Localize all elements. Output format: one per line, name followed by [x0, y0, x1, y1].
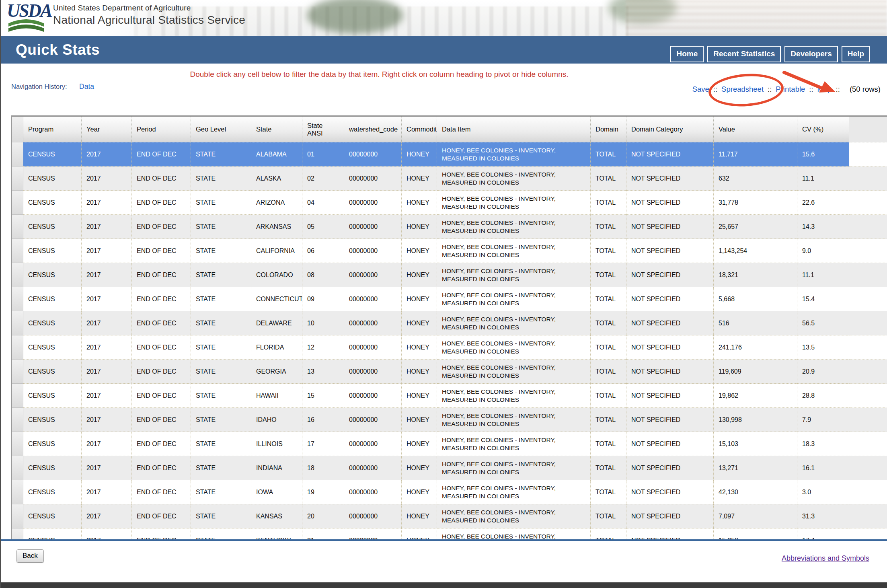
cell-domain_category[interactable]: NOT SPECIFIED — [626, 142, 714, 167]
cell-period[interactable]: END OF DEC — [132, 167, 191, 191]
cell-watershed_code[interactable]: 00000000 — [344, 311, 402, 335]
row-handle[interactable] — [12, 384, 23, 408]
cell-watershed_code[interactable]: 00000000 — [344, 504, 402, 528]
cell-period[interactable]: END OF DEC — [132, 360, 191, 384]
cell-watershed_code[interactable]: 00000000 — [344, 528, 402, 539]
row-handle[interactable] — [12, 191, 23, 215]
table-row[interactable]: CENSUS2017END OF DECSTATEKENTUCKY2100000… — [12, 528, 887, 539]
row-handle[interactable] — [12, 239, 23, 263]
cell-period[interactable]: END OF DEC — [132, 239, 191, 263]
cell-state_ansi[interactable]: 13 — [302, 360, 344, 384]
cell-value[interactable]: 5,668 — [714, 287, 797, 311]
cell-domain_category[interactable]: NOT SPECIFIED — [626, 528, 714, 539]
cell-data_item[interactable]: HONEY, BEE COLONIES - INVENTORY, MEASURE… — [437, 215, 591, 239]
cell-period[interactable]: END OF DEC — [132, 480, 191, 504]
cell-commodity[interactable]: HONEY — [402, 480, 437, 504]
cell-data_item[interactable]: HONEY, BEE COLONIES - INVENTORY, MEASURE… — [437, 360, 591, 384]
cell-geo_level[interactable]: STATE — [191, 287, 251, 311]
column-header-domain_category[interactable]: Domain Category — [626, 117, 714, 142]
cell-watershed_code[interactable]: 00000000 — [344, 384, 402, 408]
cell-program[interactable]: CENSUS — [23, 408, 82, 432]
save-link[interactable]: Save — [692, 85, 709, 94]
cell-geo_level[interactable]: STATE — [191, 456, 251, 480]
cell-commodity[interactable]: HONEY — [402, 191, 437, 215]
cell-domain[interactable]: TOTAL — [591, 239, 626, 263]
cell-year[interactable]: 2017 — [82, 335, 132, 360]
cell-program[interactable]: CENSUS — [23, 480, 82, 504]
cell-state_ansi[interactable]: 01 — [302, 142, 344, 167]
cell-domain_category[interactable]: NOT SPECIFIED — [626, 191, 714, 215]
cell-data_item[interactable]: HONEY, BEE COLONIES - INVENTORY, MEASURE… — [437, 142, 591, 167]
cell-domain_category[interactable]: NOT SPECIFIED — [626, 456, 714, 480]
cell-commodity[interactable]: HONEY — [402, 167, 437, 191]
row-handle[interactable] — [12, 456, 23, 480]
cell-value[interactable]: 516 — [714, 311, 797, 335]
cell-data_item[interactable]: HONEY, BEE COLONIES - INVENTORY, MEASURE… — [437, 432, 591, 456]
printable-link[interactable]: Printable — [776, 85, 805, 94]
cell-program[interactable]: CENSUS — [23, 384, 82, 408]
cell-year[interactable]: 2017 — [82, 456, 132, 480]
cell-value[interactable]: 130,998 — [714, 408, 797, 432]
cell-state[interactable]: KANSAS — [251, 504, 302, 528]
cell-domain[interactable]: TOTAL — [591, 191, 626, 215]
cell-geo_level[interactable]: STATE — [191, 480, 251, 504]
cell-domain[interactable]: TOTAL — [591, 167, 626, 191]
cell-domain[interactable]: TOTAL — [591, 480, 626, 504]
cell-geo_level[interactable]: STATE — [191, 335, 251, 360]
cell-domain[interactable]: TOTAL — [591, 263, 626, 287]
cell-value[interactable]: 1,143,254 — [714, 239, 797, 263]
row-handle[interactable] — [12, 528, 23, 539]
cell-program[interactable]: CENSUS — [23, 528, 82, 539]
cell-program[interactable]: CENSUS — [23, 432, 82, 456]
column-header-state_ansi[interactable]: State ANSI — [302, 117, 344, 142]
table-row[interactable]: CENSUS2017END OF DECSTATECONNECTICUT0900… — [12, 287, 887, 311]
row-handle[interactable] — [12, 215, 23, 239]
cell-watershed_code[interactable]: 00000000 — [344, 335, 402, 360]
cell-data_item[interactable]: HONEY, BEE COLONIES - INVENTORY, MEASURE… — [437, 239, 591, 263]
cell-watershed_code[interactable]: 00000000 — [344, 480, 402, 504]
column-header-period[interactable]: Period — [132, 117, 191, 142]
cell-domain_category[interactable]: NOT SPECIFIED — [626, 384, 714, 408]
cell-data_item[interactable]: HONEY, BEE COLONIES - INVENTORY, MEASURE… — [437, 456, 591, 480]
cell-watershed_code[interactable]: 00000000 — [344, 360, 402, 384]
cell-data_item[interactable]: HONEY, BEE COLONIES - INVENTORY, MEASURE… — [437, 335, 591, 360]
cell-domain[interactable]: TOTAL — [591, 311, 626, 335]
cell-domain[interactable]: TOTAL — [591, 360, 626, 384]
nav-recent-statistics-button[interactable]: Recent Statistics — [707, 46, 781, 62]
cell-data_item[interactable]: HONEY, BEE COLONIES - INVENTORY, MEASURE… — [437, 167, 591, 191]
table-row[interactable]: CENSUS2017END OF DECSTATEGEORGIA13000000… — [12, 360, 887, 384]
cell-state[interactable]: FLORIDA — [251, 335, 302, 360]
cell-geo_level[interactable]: STATE — [191, 432, 251, 456]
cell-domain[interactable]: TOTAL — [591, 408, 626, 432]
cell-value[interactable]: 119,609 — [714, 360, 797, 384]
cell-year[interactable]: 2017 — [82, 263, 132, 287]
table-row[interactable]: CENSUS2017END OF DECSTATEIOWA1900000000H… — [12, 480, 887, 504]
cell-geo_level[interactable]: STATE — [191, 384, 251, 408]
cell-commodity[interactable]: HONEY — [402, 408, 437, 432]
cell-cv_percent[interactable]: 20.9 — [797, 360, 849, 384]
cell-period[interactable]: END OF DEC — [132, 384, 191, 408]
column-header-value[interactable]: Value — [714, 117, 797, 142]
cell-data_item[interactable]: HONEY, BEE COLONIES - INVENTORY, MEASURE… — [437, 384, 591, 408]
cell-cv_percent[interactable]: 18.3 — [797, 432, 849, 456]
column-header-commodity[interactable]: Commodity — [402, 117, 437, 142]
cell-state_ansi[interactable]: 06 — [302, 239, 344, 263]
cell-period[interactable]: END OF DEC — [132, 504, 191, 528]
cell-year[interactable]: 2017 — [82, 239, 132, 263]
cell-state_ansi[interactable]: 09 — [302, 287, 344, 311]
table-row[interactable]: CENSUS2017END OF DECSTATEALASKA020000000… — [12, 167, 887, 191]
cell-period[interactable]: END OF DEC — [132, 335, 191, 360]
column-header-program[interactable]: Program — [23, 117, 82, 142]
cell-watershed_code[interactable]: 00000000 — [344, 191, 402, 215]
cell-commodity[interactable]: HONEY — [402, 215, 437, 239]
cell-value[interactable]: 15,258 — [714, 528, 797, 539]
cell-state_ansi[interactable]: 10 — [302, 311, 344, 335]
cell-commodity[interactable]: HONEY — [402, 287, 437, 311]
cell-domain[interactable]: TOTAL — [591, 528, 626, 539]
cell-geo_level[interactable]: STATE — [191, 215, 251, 239]
cell-domain[interactable]: TOTAL — [591, 142, 626, 167]
cell-program[interactable]: CENSUS — [23, 142, 82, 167]
cell-commodity[interactable]: HONEY — [402, 142, 437, 167]
nav-developers-button[interactable]: Developers — [784, 46, 838, 62]
cell-commodity[interactable]: HONEY — [402, 311, 437, 335]
